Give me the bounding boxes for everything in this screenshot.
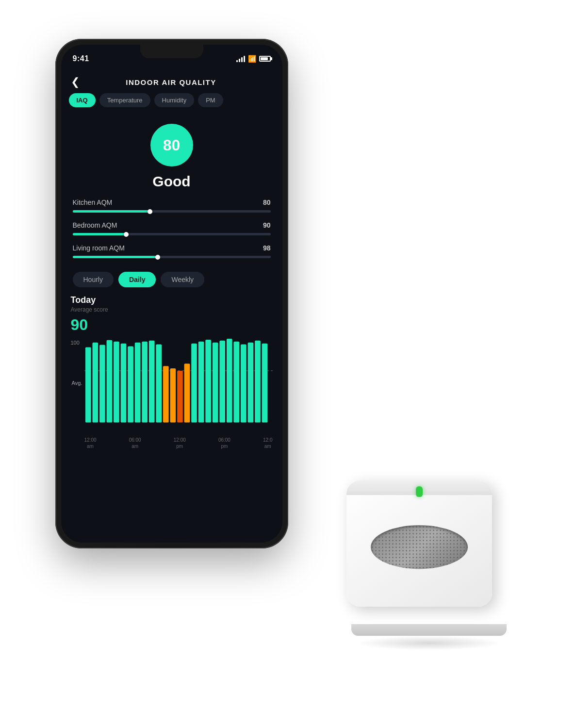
svg-rect-12 bbox=[163, 366, 168, 422]
svg-rect-4 bbox=[106, 340, 112, 423]
x-label-12am: 12:00am bbox=[84, 437, 97, 449]
kitchen-value: 80 bbox=[263, 199, 271, 206]
svg-rect-8 bbox=[134, 343, 140, 423]
chart-subtitle: Average score bbox=[71, 306, 273, 313]
signal-icon bbox=[236, 55, 245, 62]
y-label-100: 100 bbox=[71, 340, 80, 346]
svg-rect-11 bbox=[156, 345, 162, 423]
period-row: Hourly Daily Weekly bbox=[61, 267, 282, 295]
livingroom-progress-track bbox=[73, 256, 271, 258]
livingroom-progress-fill bbox=[73, 256, 160, 258]
svg-rect-19 bbox=[212, 343, 218, 423]
back-button[interactable]: ❮ bbox=[71, 76, 80, 88]
x-label-12pm: 12:00pm bbox=[174, 437, 186, 449]
score-section: 80 Good bbox=[61, 114, 282, 199]
x-labels: 12:00am 06:00am 12:00pm 06:00pm 12:0am bbox=[84, 437, 273, 449]
y-label-avg: Avg. bbox=[72, 380, 82, 386]
aqm-section: Kitchen AQM 80 Bedroom AQM 90 bbox=[61, 199, 282, 258]
device-body bbox=[346, 480, 492, 607]
svg-rect-18 bbox=[205, 340, 211, 423]
svg-rect-17 bbox=[198, 342, 204, 423]
svg-rect-14 bbox=[177, 371, 183, 423]
chart-title: Today bbox=[71, 295, 273, 305]
svg-rect-24 bbox=[247, 343, 253, 423]
svg-rect-26 bbox=[262, 344, 267, 423]
tabs-row: IAQ Temperature Humidity PM bbox=[61, 93, 282, 114]
phone: 9:41 📶 ❮ bbox=[55, 39, 288, 548]
svg-rect-15 bbox=[184, 364, 190, 422]
device-base bbox=[351, 624, 507, 636]
device-speaker bbox=[371, 525, 468, 569]
tab-iaq[interactable]: IAQ bbox=[69, 93, 96, 107]
kitchen-progress-fill bbox=[73, 210, 152, 213]
svg-rect-1 bbox=[85, 347, 91, 422]
status-icons: 📶 bbox=[236, 55, 271, 63]
notch bbox=[140, 45, 203, 58]
status-time: 9:41 bbox=[73, 54, 89, 63]
bedroom-value: 90 bbox=[263, 221, 271, 229]
scene: 9:41 📶 ❮ bbox=[46, 24, 531, 704]
chart-section: Today Average score 90 100 Avg. bbox=[61, 295, 282, 449]
app-header: ❮ INDOOR AIR QUALITY bbox=[61, 69, 282, 93]
wifi-icon: 📶 bbox=[248, 55, 256, 63]
chart-svg bbox=[84, 338, 273, 427]
livingroom-value: 98 bbox=[263, 244, 271, 252]
svg-rect-21 bbox=[226, 339, 232, 423]
speaker-dots bbox=[371, 525, 468, 569]
score-circle: 80 bbox=[150, 124, 193, 166]
svg-rect-20 bbox=[219, 341, 225, 423]
air-quality-device bbox=[346, 480, 511, 626]
device-indicator bbox=[416, 486, 423, 497]
app-content: ❮ INDOOR AIR QUALITY IAQ Temperature Hum… bbox=[61, 69, 282, 543]
svg-rect-7 bbox=[128, 346, 133, 422]
svg-rect-22 bbox=[233, 342, 239, 423]
x-label-6am: 06:00am bbox=[129, 437, 141, 449]
period-daily[interactable]: Daily bbox=[118, 272, 156, 287]
svg-rect-13 bbox=[170, 368, 176, 423]
svg-rect-25 bbox=[255, 341, 261, 423]
kitchen-label: Kitchen AQM bbox=[73, 199, 113, 206]
page-title: INDOOR AIR QUALITY bbox=[84, 78, 258, 86]
kitchen-progress-track bbox=[73, 210, 271, 213]
phone-inner: 9:41 📶 ❮ bbox=[61, 45, 282, 543]
svg-rect-16 bbox=[191, 344, 197, 423]
aqm-row-kitchen: Kitchen AQM 80 bbox=[73, 199, 271, 213]
chart-container: 100 Avg. bbox=[71, 338, 273, 449]
x-label-6pm: 06:00pm bbox=[218, 437, 230, 449]
svg-rect-5 bbox=[114, 342, 119, 423]
battery-icon bbox=[259, 56, 271, 62]
bedroom-progress-track bbox=[73, 233, 271, 235]
svg-rect-23 bbox=[241, 345, 247, 423]
device-shadow bbox=[356, 636, 502, 650]
period-hourly[interactable]: Hourly bbox=[73, 272, 114, 287]
score-value: 80 bbox=[163, 136, 181, 154]
tab-humidity[interactable]: Humidity bbox=[154, 93, 195, 107]
svg-rect-3 bbox=[99, 345, 105, 423]
svg-rect-10 bbox=[148, 341, 154, 423]
tab-temperature[interactable]: Temperature bbox=[99, 93, 150, 107]
tab-pm[interactable]: PM bbox=[198, 93, 223, 107]
x-label-12am2: 12:0am bbox=[263, 437, 272, 449]
aqm-row-livingroom: Living room AQM 98 bbox=[73, 244, 271, 258]
bedroom-progress-fill bbox=[73, 233, 128, 235]
livingroom-label: Living room AQM bbox=[73, 244, 125, 252]
period-weekly[interactable]: Weekly bbox=[161, 272, 204, 287]
svg-rect-9 bbox=[142, 342, 148, 423]
aqm-row-bedroom: Bedroom AQM 90 bbox=[73, 221, 271, 235]
svg-rect-6 bbox=[120, 344, 126, 423]
chart-score: 90 bbox=[71, 316, 273, 334]
svg-rect-2 bbox=[92, 343, 98, 423]
score-label: Good bbox=[152, 173, 190, 190]
bedroom-label: Bedroom AQM bbox=[73, 221, 117, 229]
